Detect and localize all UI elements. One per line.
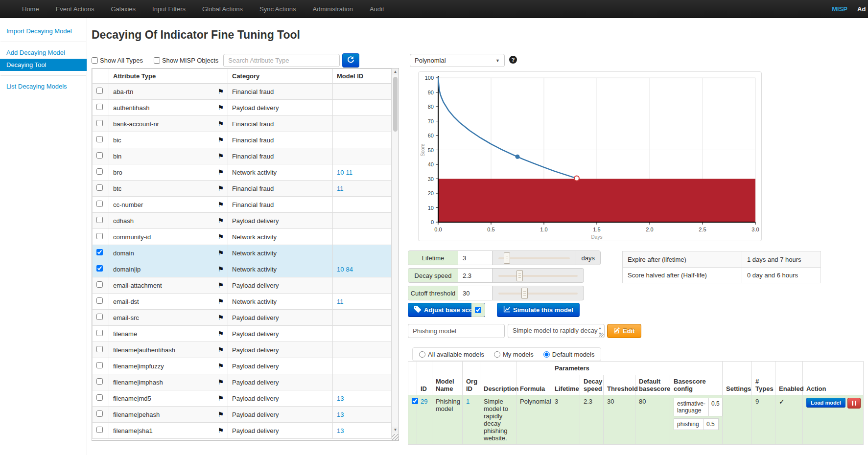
attribute-checkbox[interactable]: [96, 136, 103, 142]
attribute-checkbox[interactable]: [96, 168, 103, 175]
model-select-checkbox[interactable]: [412, 398, 418, 404]
models-header-settings: Settings: [723, 362, 752, 395]
model-id-link[interactable]: 10: [337, 266, 344, 273]
show-misp-objects-checkbox[interactable]: [154, 57, 160, 64]
cutoff-threshold-slider-handle[interactable]: [521, 288, 528, 299]
question-circle-icon[interactable]: ?: [509, 56, 517, 64]
attribute-checkbox[interactable]: [96, 88, 103, 94]
attribute-checkbox[interactable]: [96, 217, 103, 223]
model-filter-radio[interactable]: [543, 351, 550, 358]
attribute-checkbox[interactable]: [96, 201, 103, 207]
sidebar-item-list-decaying-models[interactable]: List Decaying Models: [0, 80, 87, 92]
attribute-checkbox[interactable]: [96, 265, 103, 272]
sidebar-item-add-decaying-model[interactable]: Add Decaying Model: [0, 46, 87, 59]
model-id-link[interactable]: 10: [337, 169, 344, 176]
decay-chart-svg[interactable]: 01020304050607080901000.00.51.01.52.02.5…: [419, 72, 761, 241]
adjust-base-score-checkbox[interactable]: [475, 307, 481, 313]
decay-speed-value-input[interactable]: 2.3: [458, 269, 493, 282]
attribute-checkbox[interactable]: [96, 427, 103, 433]
org-id-link[interactable]: 1: [466, 398, 469, 405]
attribute-checkbox[interactable]: [96, 394, 103, 401]
model-id-link[interactable]: 11: [337, 185, 344, 192]
show-all-types-label[interactable]: Show All Types: [100, 57, 143, 64]
model-filter-radio[interactable]: [494, 351, 500, 358]
attribute-checkbox[interactable]: [96, 152, 103, 159]
model-filter-default-models[interactable]: Default models: [543, 351, 595, 358]
model-id-link[interactable]: 13: [337, 427, 344, 434]
attribute-checkbox[interactable]: [96, 184, 103, 191]
summary-value: 0 day and 6 hours: [742, 272, 803, 279]
cutoff-threshold-slider[interactable]: [498, 293, 578, 295]
load-model-button[interactable]: Load model: [806, 398, 845, 408]
sidebar-item-decaying-tool[interactable]: Decaying Tool: [0, 59, 87, 71]
attribute-model-id-cell: [333, 342, 392, 358]
misp-brand[interactable]: MISP: [832, 5, 847, 13]
lifetime-value-input[interactable]: 3: [458, 251, 493, 265]
lifetime-slider-handle[interactable]: [504, 252, 510, 264]
textarea-resize-icon[interactable]: [599, 333, 604, 337]
attribute-checkbox[interactable]: [96, 249, 103, 255]
model-id-link[interactable]: 13: [337, 395, 344, 402]
attribute-category-cell: Payload delivery: [228, 358, 333, 374]
nav-item-event-actions[interactable]: Event Actions: [47, 0, 103, 18]
attribute-checkbox[interactable]: [96, 330, 103, 336]
model-id-link[interactable]: 29: [421, 398, 427, 405]
model-id-link[interactable]: 13: [337, 411, 344, 418]
model-id-link[interactable]: 11: [337, 298, 344, 305]
attribute-checkbox[interactable]: [96, 410, 103, 417]
model-description-textarea[interactable]: Simple model to rapidly decay ▲▼: [508, 324, 605, 338]
sidebar-item-import-decaying-model[interactable]: Import Decaying Model: [0, 25, 87, 37]
attribute-checkbox[interactable]: [96, 281, 103, 288]
models-header-types: # Types: [752, 362, 775, 395]
scroll-down-icon[interactable]: ▼: [392, 427, 399, 433]
model-id-link[interactable]: 11: [346, 169, 352, 176]
nav-admin-truncated[interactable]: Ad: [857, 5, 867, 13]
attribute-checkbox[interactable]: [96, 346, 103, 352]
pause-model-button[interactable]: [847, 398, 861, 409]
nav-item-audit[interactable]: Audit: [361, 0, 393, 18]
edit-model-button[interactable]: Edit: [607, 324, 641, 338]
formula-select[interactable]: Polynomial ▼: [410, 54, 505, 67]
nav-item-home[interactable]: Home: [14, 0, 47, 18]
attribute-checkbox[interactable]: [96, 120, 103, 126]
attribute-checkbox[interactable]: [96, 233, 103, 239]
model-description-cell: Simple model to rapidly decay phishing w…: [480, 395, 516, 445]
show-misp-objects-label[interactable]: Show MISP Objects: [162, 57, 218, 64]
attribute-table-scrollbar[interactable]: ▲ ▼: [392, 68, 399, 440]
decay-speed-slider[interactable]: [498, 275, 578, 277]
attribute-checkbox[interactable]: [96, 362, 103, 368]
nav-item-sync-actions[interactable]: Sync Actions: [251, 0, 304, 18]
decay-speed-slider-handle[interactable]: [516, 270, 523, 281]
model-filter-my-models[interactable]: My models: [494, 351, 534, 358]
model-id-link[interactable]: 84: [346, 266, 352, 273]
resize-grip-icon[interactable]: [392, 434, 399, 440]
basescore-config-row: phishing0.5: [674, 418, 719, 430]
cutoff-threshold-label: Cutoff threshold: [408, 286, 458, 300]
model-filter-radio[interactable]: [419, 351, 425, 358]
threshold-region: [438, 179, 755, 223]
attribute-checkbox[interactable]: [96, 104, 103, 110]
simulate-model-button[interactable]: Simulate this model: [497, 303, 580, 317]
nav-item-galaxies[interactable]: Galaxies: [102, 0, 144, 18]
attribute-checkbox[interactable]: [96, 297, 103, 304]
attribute-checkbox-cell: [93, 100, 109, 116]
x-axis-title: Days: [591, 234, 603, 240]
flag-icon: ⚑: [217, 136, 224, 144]
model-filter-all-available-models[interactable]: All available models: [419, 351, 484, 358]
sidebar: Import Decaying ModelAdd Decaying ModelD…: [0, 18, 87, 455]
search-attribute-input[interactable]: [223, 54, 340, 67]
attribute-type-cell: bro⚑: [109, 164, 228, 181]
nav-item-administration[interactable]: Administration: [305, 0, 361, 18]
model-name-input[interactable]: [408, 324, 505, 338]
show-all-types-checkbox[interactable]: [92, 57, 98, 64]
attribute-checkbox[interactable]: [96, 378, 103, 385]
nav-item-global-actions[interactable]: Global Actions: [194, 0, 251, 18]
attribute-checkbox[interactable]: [96, 314, 103, 320]
attribute-type-label: filename|imphash: [113, 379, 163, 386]
nav-item-input-filters[interactable]: Input Filters: [144, 0, 194, 18]
scroll-up-icon[interactable]: ▲: [392, 68, 399, 75]
reset-search-button[interactable]: [342, 53, 359, 68]
flag-icon: ⚑: [217, 378, 224, 386]
scrollbar-thumb[interactable]: [393, 77, 398, 132]
cutoff-threshold-value-input[interactable]: 30: [458, 286, 493, 300]
